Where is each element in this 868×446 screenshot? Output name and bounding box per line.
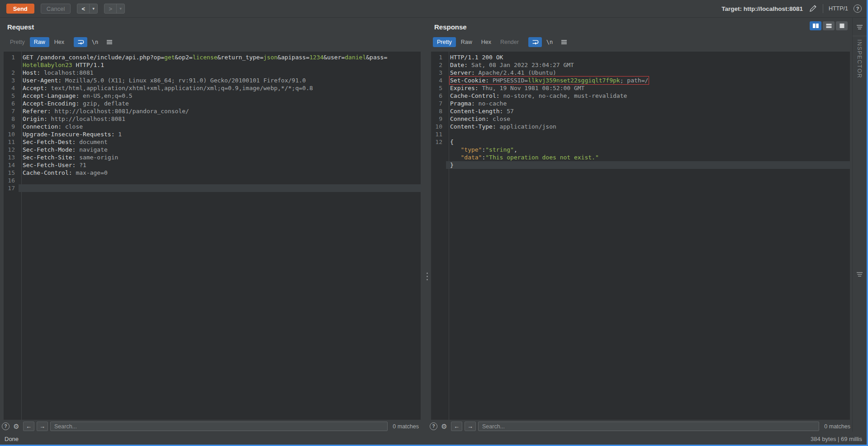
request-panel-title: Request <box>7 23 34 31</box>
request-search-bar: ? ⚙ ← → 0 matches <box>2 421 419 432</box>
line-number: 1 <box>431 53 446 61</box>
line-number: 10 <box>4 130 19 138</box>
tab-raw[interactable]: Raw <box>457 37 476 47</box>
newline-toggle-button[interactable]: \n <box>88 37 102 47</box>
line-number: 6 <box>431 92 446 100</box>
back-arrow-icon[interactable]: < <box>77 4 90 13</box>
line-number: 5 <box>431 84 446 92</box>
gear-icon[interactable]: ⚙ <box>12 422 21 431</box>
code-row: 11Sec-Fetch-Dest: document <box>4 138 421 146</box>
inspector-menu-button[interactable] <box>855 23 865 32</box>
divider <box>823 4 823 13</box>
code-row: 5Accept-Language: en-US,en;q=0.5 <box>4 92 421 100</box>
request-editor[interactable]: 1GET /pandora_console/include/api.php?op… <box>4 52 421 420</box>
code-row: "data":"This operation does not exist." <box>431 153 850 161</box>
response-search-bar: ? ⚙ ← → 0 matches <box>430 421 850 432</box>
response-search-matches: 0 matches <box>824 423 850 430</box>
code-row: 4Set-Cookie: PHPSESSID=llkvj359nset22sgg… <box>431 77 850 84</box>
line-number <box>4 61 19 69</box>
code-row: 1HTTP/1.1 200 OK <box>431 53 850 61</box>
line-number: 16 <box>4 177 19 184</box>
request-search-matches: 0 matches <box>393 423 419 430</box>
line-number: 14 <box>4 161 19 169</box>
line-number: 10 <box>431 123 446 130</box>
response-editor[interactable]: 1HTTP/1.1 200 OK2Date: Sat, 08 Jan 2022 … <box>431 52 850 420</box>
help-icon[interactable]: ? <box>854 5 862 13</box>
code-row: 7Pragma: no-cache <box>431 100 850 107</box>
tab-raw[interactable]: Raw <box>30 37 49 47</box>
wrap-toggle-button[interactable] <box>74 37 87 47</box>
tab-hex[interactable]: Hex <box>50 37 68 47</box>
layout-rows-button[interactable] <box>823 21 835 30</box>
search-prev-button[interactable]: ← <box>451 422 462 431</box>
code-row: 12Sec-Fetch-Mode: navigate <box>4 146 421 153</box>
line-number: 7 <box>431 100 446 107</box>
code-row: 9Connection: close <box>431 115 850 123</box>
code-row: 2Host: localhost:8081 <box>4 69 421 77</box>
code-row: 6Cache-Control: no-store, no-cache, must… <box>431 92 850 100</box>
code-row: 14Sec-Fetch-User: ?1 <box>4 161 421 169</box>
line-number: 3 <box>431 69 446 77</box>
wrap-toggle-icon <box>76 38 85 46</box>
layout-single-button[interactable] <box>836 21 848 30</box>
code-row: 1GET /pandora_console/include/api.php?op… <box>4 53 421 61</box>
http-version-selector[interactable]: HTTP/1 <box>829 5 848 12</box>
menu-icon <box>106 39 113 45</box>
inspector-section-button[interactable] <box>855 270 865 279</box>
layout-switcher <box>810 21 848 30</box>
line-number: 3 <box>4 77 19 84</box>
request-search-input[interactable] <box>50 422 388 431</box>
line-number: 4 <box>431 77 446 84</box>
line-number: 12 <box>4 146 19 153</box>
search-prev-button[interactable]: ← <box>23 422 34 431</box>
response-panel: Response PrettyRawHexRender <box>427 18 852 433</box>
tab-pretty[interactable]: Pretty <box>6 37 29 47</box>
tab-pretty[interactable]: Pretty <box>433 37 456 47</box>
code-row: 15Cache-Control: max-age=0 <box>4 169 421 177</box>
response-menu-button[interactable] <box>557 37 571 47</box>
code-row: HotelBabylon23 HTTP/1.1 <box>4 61 421 69</box>
code-row: 10Content-Type: application/json <box>431 123 850 130</box>
back-dropdown-icon[interactable]: ▼ <box>90 4 97 13</box>
line-number: 2 <box>4 69 19 77</box>
layout-rows-icon <box>825 23 832 29</box>
newline-toggle-button[interactable]: \n <box>543 37 556 47</box>
layout-columns-button[interactable] <box>810 21 821 30</box>
line-number: 1 <box>4 53 19 61</box>
response-tabs: PrettyRawHexRender \n <box>433 37 571 47</box>
code-row: 8Origin: http://localhost:8081 <box>4 115 421 123</box>
inspector-label[interactable]: INSPECTOR <box>856 39 863 78</box>
wrap-toggle-button[interactable] <box>528 37 542 47</box>
line-number: 12 <box>431 138 446 146</box>
tab-hex[interactable]: Hex <box>477 37 495 47</box>
code-row: 12{ <box>431 138 850 146</box>
gear-icon[interactable]: ⚙ <box>440 422 449 431</box>
code-row: 5Expires: Thu, 19 Nov 1981 08:52:00 GMT <box>431 84 850 92</box>
request-tabs: PrettyRawHex \n <box>6 37 116 47</box>
response-stats: 384 bytes | 69 millis <box>811 436 862 442</box>
search-help-icon[interactable]: ? <box>2 422 9 430</box>
filter-menu-icon <box>856 24 864 30</box>
divider <box>853 36 867 36</box>
tab-render[interactable]: Render <box>496 37 523 47</box>
request-menu-button[interactable] <box>103 37 116 47</box>
inspector-sidebar: INSPECTOR <box>852 18 867 432</box>
pencil-icon[interactable] <box>808 4 817 13</box>
top-toolbar: Send Cancel < ▼ > ▼ Target: http://local… <box>0 0 868 18</box>
history-forward-button[interactable]: > ▼ <box>104 4 125 14</box>
history-back-button[interactable]: < ▼ <box>77 4 98 14</box>
line-number: 9 <box>431 115 446 123</box>
search-next-button[interactable]: → <box>465 422 476 431</box>
search-next-button[interactable]: → <box>37 422 48 431</box>
response-panel-title: Response <box>434 23 467 31</box>
line-number: 15 <box>4 169 19 177</box>
response-search-input[interactable] <box>478 422 819 431</box>
search-help-icon[interactable]: ? <box>430 422 437 430</box>
layout-single-icon <box>839 23 845 29</box>
code-row: 16 <box>4 177 421 184</box>
line-number: 8 <box>4 115 19 123</box>
send-button[interactable]: Send <box>6 4 34 14</box>
cancel-button[interactable]: Cancel <box>41 4 71 14</box>
code-row: 7Referer: http://localhost:8081/pandora_… <box>4 107 421 115</box>
line-number: 6 <box>4 100 19 107</box>
